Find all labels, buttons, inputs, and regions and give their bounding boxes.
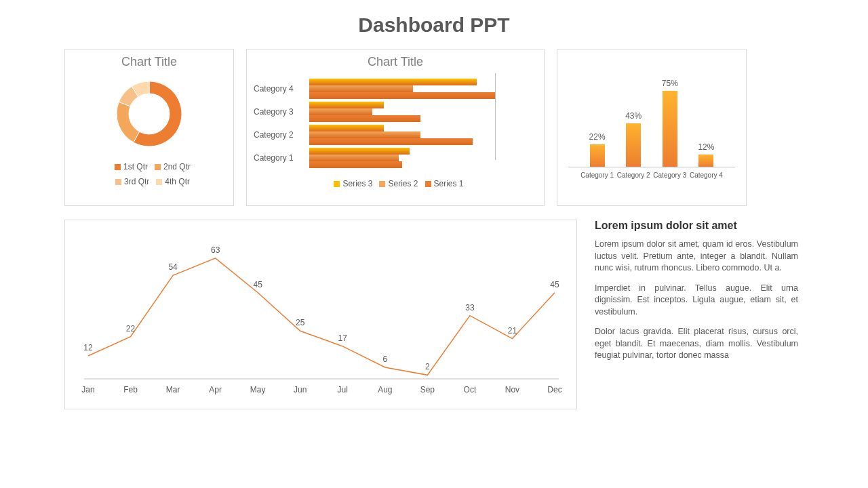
hbar-bar — [309, 79, 477, 85]
line-value-label: 63 — [211, 245, 220, 255]
column-bar — [698, 155, 713, 167]
legend-swatch — [334, 181, 340, 187]
legend-label: 4th Qtr — [165, 177, 190, 186]
line-x-label: Oct — [464, 385, 477, 394]
legend-swatch — [155, 164, 161, 170]
text-block: Lorem ipsum dolor sit amet Lorem ipsum d… — [595, 220, 798, 409]
hbar-axis — [495, 73, 496, 160]
line-value-label: 33 — [465, 303, 475, 312]
hbar-bar — [309, 108, 372, 115]
line-value-label: 45 — [550, 280, 559, 289]
legend-label: Series 1 — [434, 179, 464, 188]
hbar-category-label: Category 1 — [254, 153, 305, 163]
line-x-label: Jan — [81, 385, 94, 394]
column-category-label: Category 1 — [577, 171, 618, 179]
text-paragraph: Lorem ipsum dolor sit amet, quam id eros… — [595, 239, 798, 274]
line-value-label: 21 — [508, 326, 517, 336]
text-paragraph: Dolor lacus gravida. Elit placerat risus… — [595, 326, 798, 362]
legend-swatch — [115, 179, 121, 185]
text-heading: Lorem ipsum dolor sit amet — [595, 220, 798, 232]
hbar-bar — [309, 92, 495, 99]
legend-label: 2nd Qtr — [163, 162, 191, 171]
line-chart-panel: 12Jan22Feb54Mar63Apr45May25Jun17Jul6Aug2… — [64, 220, 577, 409]
legend-label: 3rd Qtr — [124, 177, 149, 186]
column-value-label: 12% — [689, 142, 723, 152]
hbar-category-label: Category 3 — [254, 107, 305, 117]
line-value-label: 17 — [338, 333, 348, 343]
donut-chart-panel: Chart Title 1st Qtr2nd Qtr3rd Qtr4th Qtr — [64, 49, 234, 206]
bottom-row: 12Jan22Feb54Mar63Apr45May25Jun17Jul6Aug2… — [64, 220, 804, 409]
column-value-label: 22% — [580, 132, 614, 142]
line-chart: 12Jan22Feb54Mar63Apr45May25Jun17Jul6Aug2… — [76, 228, 567, 402]
line-value-label: 54 — [168, 262, 178, 272]
column-chart-panel: 22%Category 143%Category 275%Category 31… — [557, 49, 747, 206]
line-x-label: Feb — [123, 385, 138, 394]
column-chart: 22%Category 143%Category 275%Category 31… — [568, 59, 735, 167]
column-bar — [626, 123, 641, 167]
legend-label: 1st Qtr — [123, 162, 148, 171]
legend-label: Series 3 — [342, 179, 372, 188]
line-value-label: 2 — [425, 362, 430, 371]
hbar-bar — [309, 125, 384, 131]
donut-chart-title: Chart Title — [69, 55, 229, 69]
line-path — [88, 258, 555, 375]
hbar-bar — [309, 161, 402, 168]
line-value-label: 25 — [296, 318, 305, 327]
hbar-bar — [309, 138, 473, 145]
line-value-label: 45 — [254, 280, 263, 289]
top-row: Chart Title 1st Qtr2nd Qtr3rd Qtr4th Qtr… — [64, 49, 804, 206]
hbar-chart-title: Chart Title — [254, 55, 537, 69]
line-value-label: 6 — [382, 354, 387, 364]
line-x-label: May — [250, 385, 266, 394]
hbar-chart: Category 4Category 3Category 2Category 1 — [254, 73, 537, 175]
line-x-label: Aug — [378, 385, 392, 394]
hbar-bar — [309, 131, 420, 138]
line-x-label: Jul — [338, 385, 348, 394]
column-bar — [663, 91, 677, 167]
hbar-chart-panel: Chart Title Category 4Category 3Category… — [246, 49, 545, 206]
column-category-label: Category 2 — [613, 171, 654, 179]
legend-swatch — [425, 181, 431, 187]
column-value-label: 75% — [653, 79, 687, 88]
column-category-label: Category 3 — [650, 171, 690, 179]
line-x-label: Nov — [505, 385, 519, 394]
legend-label: Series 2 — [388, 179, 418, 188]
hbar-bar — [309, 115, 420, 122]
legend-swatch — [379, 181, 385, 187]
page-title: Dashboard PPT — [64, 14, 804, 37]
hbar-bar — [309, 155, 399, 161]
line-x-label: Sep — [420, 385, 435, 394]
donut-legend: 1st Qtr2nd Qtr3rd Qtr4th Qtr — [69, 160, 229, 189]
donut-slice — [117, 102, 140, 142]
donut-chart — [108, 73, 190, 155]
line-x-label: Jun — [294, 385, 307, 394]
hbar-bar — [309, 102, 384, 108]
line-x-label: Mar — [166, 385, 180, 394]
line-value-label: 12 — [83, 343, 93, 352]
line-x-label: Dec — [547, 385, 561, 394]
legend-swatch — [156, 179, 162, 185]
hbar-bar — [309, 85, 413, 92]
line-value-label: 22 — [126, 324, 136, 333]
legend-swatch — [115, 164, 121, 170]
hbar-category-label: Category 2 — [254, 130, 305, 140]
hbar-category-label: Category 4 — [254, 84, 305, 94]
column-bar — [590, 144, 605, 167]
column-value-label: 43% — [616, 111, 650, 121]
line-x-label: Apr — [209, 385, 222, 394]
column-category-label: Category 4 — [686, 171, 726, 179]
hbar-bar — [309, 148, 410, 155]
text-paragraph: Imperdiet in pulvinar. Tellus augue. Eli… — [595, 283, 798, 319]
hbar-legend: Series 3Series 2Series 1 — [254, 179, 537, 188]
